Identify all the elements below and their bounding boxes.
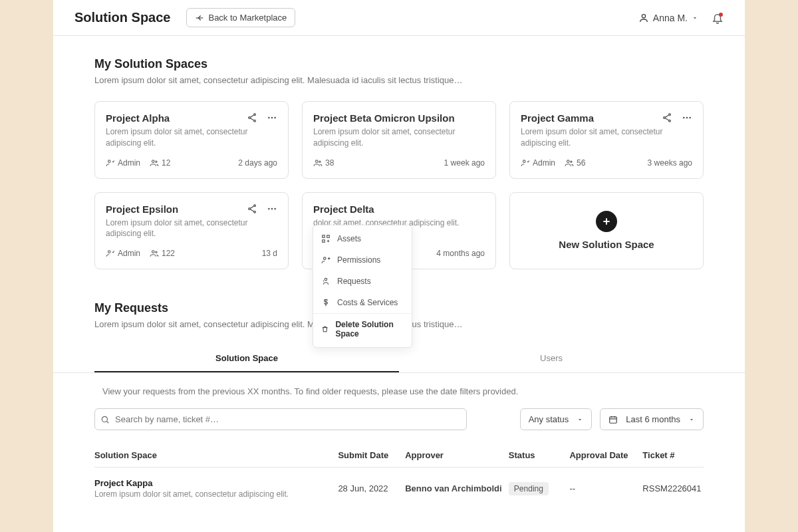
col-submit-date: Submit Date	[338, 450, 405, 460]
status-filter[interactable]: Any status	[520, 408, 593, 430]
col-solution-space: Solution Space	[94, 450, 338, 460]
admin-icon	[106, 249, 115, 258]
new-space-label: New Solution Space	[559, 239, 654, 250]
people-icon	[150, 158, 159, 168]
more-icon[interactable]	[682, 112, 692, 123]
grid-plus-icon	[321, 234, 331, 243]
svg-point-22	[249, 207, 251, 209]
row-desc: Lorem ipsum dolor sit amet, consectetur …	[94, 489, 338, 499]
app-title: Solution Space	[74, 10, 170, 25]
card-role: Admin	[106, 249, 140, 258]
svg-point-35	[324, 257, 327, 260]
svg-point-0	[642, 14, 645, 17]
search-icon	[100, 415, 110, 424]
menu-assets[interactable]: Assets	[313, 228, 412, 249]
svg-point-12	[669, 114, 671, 116]
svg-point-27	[108, 251, 111, 253]
user-menu[interactable]: Anna M.	[638, 13, 698, 23]
svg-point-7	[108, 160, 111, 163]
row-title: Project Kappa	[94, 478, 338, 488]
col-status: Status	[509, 450, 570, 460]
admin-icon	[106, 158, 115, 168]
svg-point-15	[683, 117, 685, 119]
people-icon	[313, 158, 323, 168]
col-approval-date: Approval Date	[569, 450, 642, 460]
menu-requests[interactable]: Requests	[313, 271, 412, 292]
tab-users[interactable]: Users	[399, 345, 704, 372]
caret-down-icon	[577, 416, 583, 423]
svg-point-5	[271, 117, 273, 119]
space-card[interactable]: Project Alpha Lorem ipsum dolor sit amet…	[94, 101, 289, 179]
card-desc: Lorem ipsum dolor sit amet, consectetur …	[313, 126, 485, 149]
svg-point-36	[325, 278, 327, 281]
card-members: 38	[313, 158, 334, 168]
card-role: Admin	[106, 158, 140, 168]
svg-point-6	[274, 117, 276, 119]
svg-point-16	[686, 117, 688, 119]
svg-point-24	[268, 207, 270, 209]
row-approval-date: --	[569, 483, 642, 493]
svg-rect-34	[327, 235, 330, 238]
topbar: Solution Space Back to Marketplace Anna …	[53, 0, 745, 36]
menu-permissions[interactable]: Permissions	[313, 249, 412, 271]
card-menu-dropdown: Assets Permissions Requests Costs & Serv…	[313, 225, 412, 348]
svg-point-29	[156, 251, 157, 253]
svg-point-30	[102, 416, 107, 422]
svg-point-18	[523, 160, 526, 163]
card-title: Project Gamma	[521, 112, 594, 124]
add-circle-icon	[596, 211, 617, 232]
table-header: Solution Space Submit Date Approver Stat…	[94, 444, 704, 467]
status-badge: Pending	[509, 482, 549, 495]
tabs: Solution Space Users	[53, 345, 745, 373]
user-plus-icon	[321, 255, 331, 265]
svg-point-10	[316, 160, 319, 163]
svg-point-28	[152, 251, 155, 253]
svg-point-23	[254, 211, 256, 213]
svg-point-11	[319, 161, 321, 162]
table-row[interactable]: Project Kappa Lorem ipsum dolor sit amet…	[94, 467, 704, 504]
date-filter[interactable]: Last 6 months	[600, 408, 704, 430]
more-icon[interactable]	[267, 112, 277, 123]
svg-point-13	[664, 117, 666, 119]
arrow-left-icon	[195, 13, 204, 23]
requests-hint: View your requests from the previous XX …	[94, 386, 704, 408]
svg-point-25	[271, 207, 273, 209]
new-space-card[interactable]: New Solution Space	[509, 192, 704, 270]
card-time: 13 d	[262, 249, 277, 258]
card-desc: Lorem ipsum dolor sit amet, consectetur …	[521, 126, 692, 149]
svg-point-26	[274, 207, 276, 209]
dollar-icon	[321, 298, 331, 307]
space-card[interactable]: Project Epsilon Lorem ipsum dolor sit am…	[94, 192, 289, 270]
card-title: Project Delta	[313, 203, 374, 215]
space-card[interactable]: Project Gamma Lorem ipsum dolor sit amet…	[509, 101, 704, 179]
col-ticket: Ticket #	[642, 450, 704, 460]
space-card[interactable]: Project Beta Omicron Upsilon Lorem ipsum…	[302, 101, 496, 179]
share-icon[interactable]	[662, 112, 672, 123]
svg-point-14	[669, 120, 671, 122]
caret-down-icon	[692, 15, 698, 21]
card-members: 122	[150, 249, 175, 258]
people-icon	[150, 249, 159, 258]
menu-costs[interactable]: Costs & Services	[313, 292, 412, 313]
card-desc: Lorem ipsum dolor sit amet, consectetur …	[106, 217, 277, 240]
card-title: Project Epsilon	[106, 203, 178, 215]
search-wrap	[94, 408, 467, 430]
menu-delete[interactable]: Delete Solution Space	[313, 313, 412, 344]
share-icon[interactable]	[247, 112, 257, 123]
user-name: Anna M.	[653, 13, 688, 23]
card-time: 1 week ago	[444, 158, 485, 168]
section-title-spaces: My Solution Spaces	[94, 57, 704, 71]
card-time: 4 months ago	[436, 249, 485, 258]
back-to-marketplace-button[interactable]: Back to Marketplace	[186, 8, 295, 27]
share-icon[interactable]	[247, 203, 257, 214]
tab-solution-space[interactable]: Solution Space	[94, 345, 399, 372]
admin-icon	[521, 158, 530, 168]
search-input[interactable]	[94, 408, 467, 430]
svg-point-17	[689, 117, 691, 119]
svg-rect-31	[610, 417, 617, 423]
more-icon[interactable]	[267, 203, 277, 214]
card-time: 3 weeks ago	[648, 158, 692, 168]
notifications-button[interactable]	[712, 12, 724, 24]
card-title: Project Beta Omicron Upsilon	[313, 112, 455, 124]
card-role: Admin	[521, 158, 555, 168]
